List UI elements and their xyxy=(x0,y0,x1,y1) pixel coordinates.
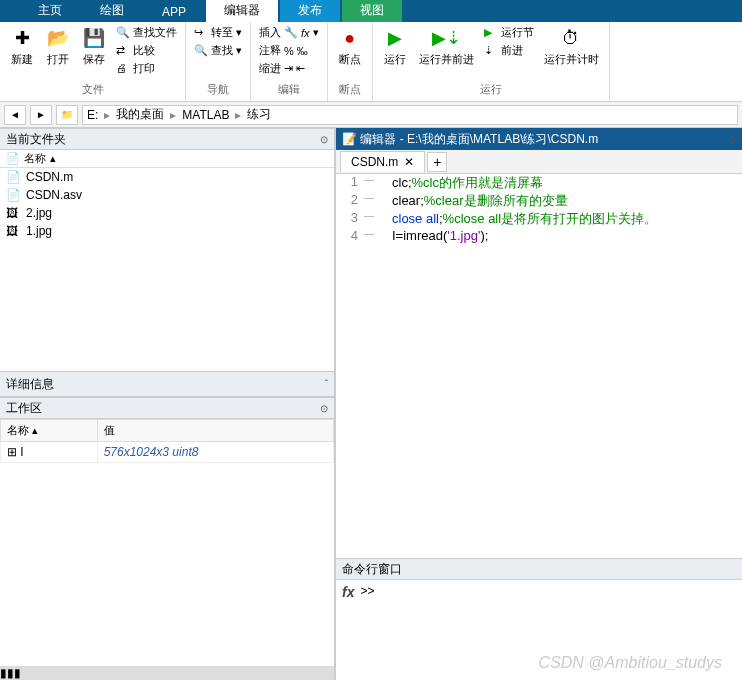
group-edit: 编辑 xyxy=(278,80,300,99)
insert-button[interactable]: 插入 🔧 fx ▾ xyxy=(257,24,321,41)
comment-button[interactable]: 注释 % ‰ xyxy=(257,42,321,59)
save-button[interactable]: 💾保存 xyxy=(78,24,110,69)
name-column-header[interactable]: 📄 名称 ▴ xyxy=(0,150,334,168)
group-run: 运行 xyxy=(480,80,502,99)
file-row[interactable]: 🖼2.jpg xyxy=(0,204,334,222)
run-section-button[interactable]: ▶运行节 xyxy=(482,24,536,41)
open-button[interactable]: 📂打开 xyxy=(42,24,74,69)
nav-up[interactable]: 📁 xyxy=(56,105,78,125)
tab-editor[interactable]: 编辑器 xyxy=(206,0,278,22)
ribbon-tabs: 主页 绘图 APP 编辑器 发布 视图 xyxy=(0,0,742,22)
print-button[interactable]: 🖨打印 xyxy=(114,60,179,77)
workspace-row[interactable]: ⊞ I576x1024x3 uint8 xyxy=(1,442,334,463)
breadcrumb[interactable]: E:▸ 我的桌面▸ MATLAB▸ 练习 xyxy=(82,105,738,125)
breakpoints-button[interactable]: ●断点 xyxy=(334,24,366,69)
editor-tabs: CSDN.m✕ + xyxy=(336,150,742,174)
group-file: 文件 xyxy=(82,80,104,99)
ribbon: ✚新建 📂打开 💾保存 🔍查找文件 ⇄比较 🖨打印 文件 ↪转至 ▾ 🔍查找 ▾… xyxy=(0,22,742,102)
find-files-button[interactable]: 🔍查找文件 xyxy=(114,24,179,41)
file-row[interactable]: 📄CSDN.asv xyxy=(0,186,334,204)
file-list: 📄CSDN.m📄CSDN.asv🖼2.jpg🖼1.jpg xyxy=(0,168,334,371)
compare-button[interactable]: ⇄比较 xyxy=(114,42,179,59)
tab-plots[interactable]: 绘图 xyxy=(82,0,142,22)
run-button[interactable]: ▶运行 xyxy=(379,24,411,69)
workspace-table: 名称 ▴值 ⊞ I576x1024x3 uint8 xyxy=(0,419,334,463)
command-window-header: 命令行窗口 xyxy=(336,558,742,580)
group-break: 断点 xyxy=(339,80,361,99)
file-row[interactable]: 📄CSDN.m xyxy=(0,168,334,186)
workspace-header: 工作区⊙ xyxy=(0,397,334,419)
nav-fwd[interactable]: ► xyxy=(30,105,52,125)
tab-home[interactable]: 主页 xyxy=(20,0,80,22)
command-window[interactable]: fx >> xyxy=(336,580,742,680)
tab-publish[interactable]: 发布 xyxy=(280,0,340,22)
ws-col-name[interactable]: 名称 ▴ xyxy=(1,420,98,442)
prompt: >> xyxy=(360,584,374,676)
find-button[interactable]: 🔍查找 ▾ xyxy=(192,42,244,59)
indent-button[interactable]: 缩进 ⇥ ⇤ xyxy=(257,60,321,77)
group-nav: 导航 xyxy=(207,80,229,99)
add-tab-button[interactable]: + xyxy=(427,152,447,172)
code-editor[interactable]: 1clc;%clc的作用就是清屏幕2clear;%clear是删除所有的变量3c… xyxy=(336,174,742,558)
address-bar: ◄ ► 📁 E:▸ 我的桌面▸ MATLAB▸ 练习 xyxy=(0,102,742,128)
run-time-button[interactable]: ⏱运行并计时 xyxy=(540,24,603,69)
run-advance-button[interactable]: ▶⇣运行并前进 xyxy=(415,24,478,69)
scrollbar[interactable]: ▮▮▮ xyxy=(0,666,334,680)
tab-apps[interactable]: APP xyxy=(144,2,204,22)
panel-menu-icon[interactable]: ⊙ xyxy=(728,134,736,145)
expand-icon[interactable]: ˆ xyxy=(325,379,328,390)
ws-col-value[interactable]: 值 xyxy=(97,420,333,442)
advance-button[interactable]: ⇣前进 xyxy=(482,42,536,59)
new-button[interactable]: ✚新建 xyxy=(6,24,38,69)
fx-icon: fx xyxy=(342,584,354,676)
tab-view[interactable]: 视图 xyxy=(342,0,402,22)
file-row[interactable]: 🖼1.jpg xyxy=(0,222,334,240)
panel-menu-icon[interactable]: ⊙ xyxy=(320,403,328,414)
goto-button[interactable]: ↪转至 ▾ xyxy=(192,24,244,41)
nav-back[interactable]: ◄ xyxy=(4,105,26,125)
close-icon[interactable]: ✕ xyxy=(404,155,414,169)
file-tab[interactable]: CSDN.m✕ xyxy=(340,151,425,172)
current-folder-header: 当前文件夹⊙ xyxy=(0,128,334,150)
panel-menu-icon[interactable]: ⊙ xyxy=(320,134,328,145)
editor-titlebar: 📝 编辑器 - E:\我的桌面\MATLAB\练习\CSDN.m⊙ xyxy=(336,128,742,150)
details-header[interactable]: 详细信息ˆ xyxy=(0,371,334,397)
